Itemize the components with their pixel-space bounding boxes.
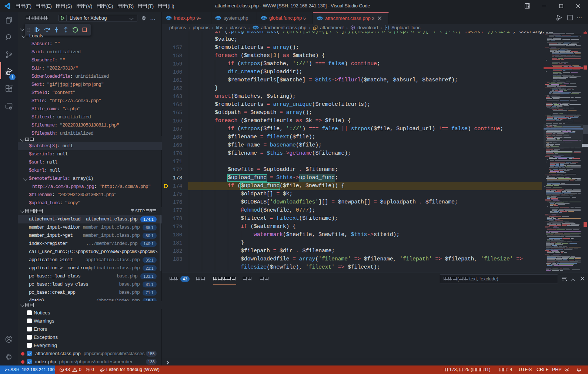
svg-text:php: php — [216, 17, 221, 19]
svg-text:php: php — [253, 26, 258, 29]
svg-text:php: php — [261, 17, 266, 19]
svg-text:php: php — [317, 17, 322, 19]
svg-text:php: php — [166, 17, 171, 19]
